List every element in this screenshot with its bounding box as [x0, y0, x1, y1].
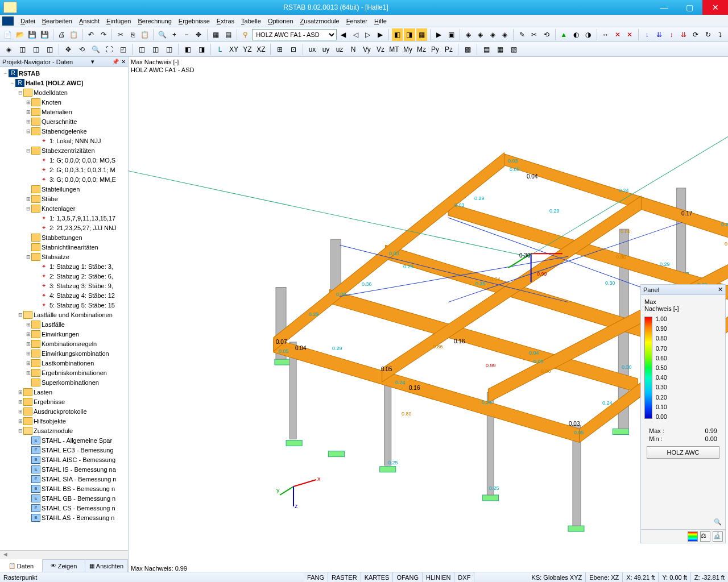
- new-icon[interactable]: 📄: [2, 28, 13, 41]
- tree-row[interactable]: ⊞Lasten: [0, 387, 128, 397]
- f3-icon[interactable]: uz: [333, 43, 346, 56]
- tree-row[interactable]: Stabnichtlinearitäten: [0, 242, 128, 252]
- tree-row[interactable]: ESTAHL CS - Bemessung n: [0, 503, 128, 513]
- preview-icon[interactable]: 📋: [68, 28, 79, 41]
- menu-hilfe[interactable]: Hilfe: [371, 18, 390, 24]
- r1-icon[interactable]: ◧: [392, 28, 403, 41]
- v-x-icon[interactable]: ◫: [16, 43, 28, 56]
- menu-ansicht[interactable]: Ansicht: [76, 18, 103, 24]
- tree-row[interactable]: ⊞Stäbe: [0, 194, 128, 203]
- m1-icon[interactable]: ✎: [516, 28, 527, 41]
- loadcase-combo[interactable]: HOLZ AWC FA1 - ASD: [252, 29, 337, 40]
- tree-row[interactable]: ESTAHL EC3 - Bemessung: [0, 445, 128, 455]
- tab-zeigen[interactable]: 👁Zeigen: [43, 560, 85, 572]
- zoom-in-icon[interactable]: +: [169, 28, 180, 41]
- open-icon[interactable]: 📂: [14, 28, 25, 41]
- tree-row[interactable]: ⊞Kombinationsregeln: [0, 339, 128, 348]
- tree-row[interactable]: ESTAHL - Allgemeine Spar: [0, 435, 128, 445]
- m2-icon[interactable]: ✂: [529, 28, 540, 41]
- first-icon[interactable]: ◀: [338, 28, 349, 41]
- pan-icon[interactable]: ✥: [193, 28, 204, 41]
- cut-icon[interactable]: ✂: [115, 28, 126, 41]
- x2-icon[interactable]: ✕: [624, 28, 635, 41]
- tree-row[interactable]: ✦2: 21,23,25,27; JJJ NNJ: [0, 223, 128, 232]
- navigator-tree[interactable]: −RRSTAB −RHalle1 [HOLZ AWC] ⊟Modelldaten…: [0, 67, 128, 550]
- close-icon[interactable]: ✕: [718, 286, 723, 293]
- f1-icon[interactable]: ux: [306, 43, 318, 56]
- app-logo-icon[interactable]: [2, 16, 14, 26]
- minimize-button[interactable]: —: [651, 0, 677, 15]
- tree-row[interactable]: ✦4: Stabzug 4: Stäbe: 12: [0, 290, 128, 300]
- last-icon[interactable]: ▶: [374, 28, 385, 41]
- copy-icon[interactable]: ⎘: [127, 28, 138, 41]
- dim-icon[interactable]: ↔: [600, 28, 611, 41]
- f8-icon[interactable]: My: [402, 43, 414, 56]
- tree-row[interactable]: ⊞Lastkombinationen: [0, 358, 128, 368]
- s2-icon[interactable]: ◐: [570, 28, 581, 41]
- tree-row[interactable]: ESTAHL AISC - Bemessung: [0, 455, 128, 464]
- tree-row[interactable]: Stabteilungen: [0, 184, 128, 194]
- sn-icon[interactable]: ⊡: [287, 43, 300, 56]
- tree-row[interactable]: ✦1: G; 0,0,0; 0,0,0; MO,S: [0, 155, 128, 165]
- fa-icon[interactable]: Py: [429, 43, 441, 56]
- tree-row[interactable]: ⊟Knotenlager: [0, 203, 128, 213]
- tab-daten[interactable]: 📋Daten: [0, 559, 43, 572]
- status-btn-raster[interactable]: RASTER: [328, 572, 361, 582]
- f2-icon[interactable]: uy: [320, 43, 332, 56]
- menu-tabelle[interactable]: Tabelle: [238, 18, 264, 24]
- tree-row[interactable]: ⊟Stabexzentrizitäten: [0, 146, 128, 155]
- tree-project[interactable]: −RHalle1 [HOLZ AWC]: [0, 78, 128, 88]
- man-icon[interactable]: ⚲: [240, 28, 251, 41]
- tree-row[interactable]: ESTAHL GB - Bemessung n: [0, 493, 128, 503]
- tab-ansichten[interactable]: ▦Ansichten: [85, 560, 128, 572]
- find-icon[interactable]: 🔍: [156, 28, 167, 41]
- menu-zusatzmodule[interactable]: Zusatzmodule: [297, 18, 343, 24]
- tree-row[interactable]: ✦1: Lokal; NNN NJJ: [0, 136, 128, 146]
- redo-icon[interactable]: ↷: [98, 28, 109, 41]
- sup-icon[interactable]: ▲: [559, 28, 569, 41]
- la-icon[interactable]: ↓: [642, 28, 652, 41]
- ax-icon[interactable]: L: [214, 43, 226, 56]
- tree-row[interactable]: ⊟Stabsätze: [0, 252, 128, 261]
- menu-ergebnisse[interactable]: Ergebnisse: [175, 18, 213, 24]
- move-icon[interactable]: ✥: [62, 43, 75, 56]
- tree-row[interactable]: ✦2: Stabzug 2: Stäbe: 6,: [0, 271, 128, 281]
- menu-extras[interactable]: Extras: [213, 18, 238, 24]
- zoomp-icon[interactable]: ◰: [117, 43, 129, 56]
- lc-icon[interactable]: ↓: [666, 28, 677, 41]
- t3-icon[interactable]: ▧: [507, 43, 520, 56]
- r2-icon[interactable]: ◨: [404, 28, 415, 41]
- v-y-icon[interactable]: ◫: [30, 43, 42, 56]
- tree-row[interactable]: ✦1: 1,3,5,7,9,11,13,15,17: [0, 213, 128, 223]
- t2-icon[interactable]: ▦: [494, 43, 506, 56]
- menu-einfügen[interactable]: Einfügen: [103, 18, 134, 24]
- yz-icon[interactable]: YZ: [241, 43, 254, 56]
- tree-row[interactable]: ✦5: Stabzug 5: Stäbe: 15: [0, 300, 128, 310]
- menu-fenster[interactable]: Fenster: [343, 18, 371, 24]
- undo-icon[interactable]: ↶: [85, 28, 96, 41]
- g4-icon[interactable]: ◈: [499, 28, 510, 41]
- calc-icon[interactable]: ▶: [433, 28, 444, 41]
- status-btn-hlinien[interactable]: HLINIEN: [423, 572, 454, 582]
- f5-icon[interactable]: Vy: [361, 43, 373, 56]
- t1-icon[interactable]: ▤: [480, 43, 493, 56]
- g2-icon[interactable]: ◈: [475, 28, 486, 41]
- lf-icon[interactable]: ↻: [702, 28, 713, 41]
- m3-icon[interactable]: ⟲: [541, 28, 552, 41]
- w1-icon[interactable]: ◫: [135, 43, 148, 56]
- viewport[interactable]: Max Nachweis [-] HOLZ AWC FA1 - ASD: [129, 57, 728, 572]
- tree-row[interactable]: ⊞Ausdruckprotokolle: [0, 406, 128, 416]
- r3-icon[interactable]: ▦: [416, 28, 427, 41]
- tree-row[interactable]: Superkombinationen: [0, 377, 128, 387]
- tree-row[interactable]: ⊞Einwirkungen: [0, 329, 128, 339]
- nav-scrollbar[interactable]: ◄: [0, 550, 128, 559]
- le-icon[interactable]: ⟳: [690, 28, 701, 41]
- pf3-icon[interactable]: 🔬: [713, 531, 723, 542]
- s3-icon[interactable]: ◑: [582, 28, 593, 41]
- close-icon[interactable]: ✕: [121, 59, 126, 65]
- saveall-icon[interactable]: 💾: [39, 28, 49, 41]
- lbl1-icon[interactable]: ◧: [181, 43, 194, 56]
- f4-icon[interactable]: N: [347, 43, 359, 56]
- paste-icon[interactable]: 📋: [139, 28, 150, 41]
- tree-row[interactable]: ✦1: Stabzug 1: Stäbe: 3,: [0, 261, 128, 271]
